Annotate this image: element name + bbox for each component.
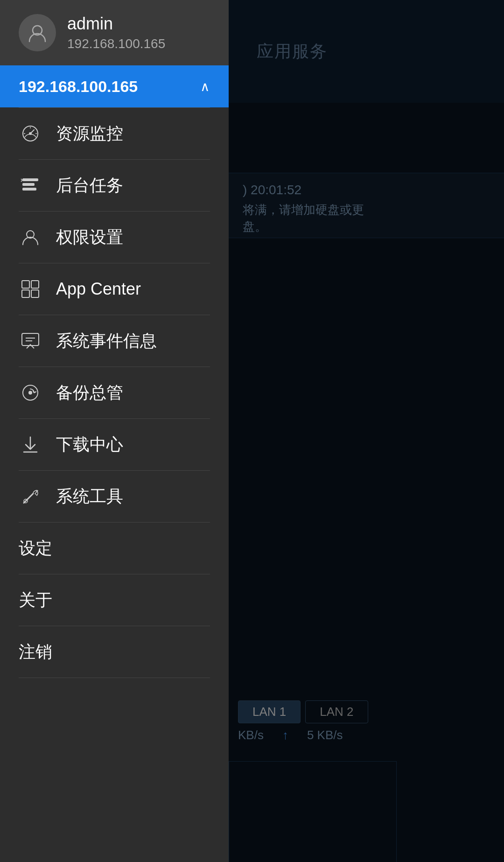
sidebar-item-about[interactable]: 关于 xyxy=(0,574,229,626)
active-device-row[interactable]: 192.168.100.165 ∧ xyxy=(0,65,229,107)
sidebar-item-label-events: 系统事件信息 xyxy=(56,330,157,353)
sidebar-item-backup-manager[interactable]: 备份总管 xyxy=(0,367,229,418)
sidebar-item-system-events[interactable]: 系统事件信息 xyxy=(0,315,229,367)
sidebar-item-label-download: 下载中心 xyxy=(56,433,123,456)
sidebar-item-label-backup: 备份总管 xyxy=(56,382,123,404)
user-name: admin xyxy=(67,14,165,34)
sidebar-item-settings[interactable]: 设定 xyxy=(0,523,229,574)
svg-rect-11 xyxy=(31,281,39,288)
gauge-icon xyxy=(19,122,42,145)
sidebar-item-app-center[interactable]: App Center xyxy=(0,263,229,315)
svg-rect-6 xyxy=(23,179,38,181)
svg-rect-8 xyxy=(23,188,36,190)
overlay xyxy=(229,0,504,862)
user-icon xyxy=(19,226,42,249)
settings-label: 设定 xyxy=(19,537,52,560)
svg-rect-14 xyxy=(22,333,39,346)
download-icon xyxy=(19,433,42,456)
chevron-up-icon: ∧ xyxy=(200,79,210,94)
sidebar-item-label-app-center: App Center xyxy=(56,279,141,299)
sidebar-item-resource-monitor[interactable]: 资源监控 xyxy=(0,108,229,159)
sidebar-item-label-permission: 权限设置 xyxy=(56,226,123,249)
user-info: admin 192.168.100.165 xyxy=(67,14,165,51)
svg-rect-10 xyxy=(22,281,29,288)
tools-icon xyxy=(19,485,42,508)
sidebar-item-permission-settings[interactable]: 权限设置 xyxy=(0,212,229,263)
sidebar-item-label-tasks: 后台任务 xyxy=(56,174,123,197)
sidebar-item-label-resource: 资源监控 xyxy=(56,122,123,145)
avatar xyxy=(19,14,56,51)
active-device-label: 192.168.100.165 xyxy=(19,78,138,96)
user-header: admin 192.168.100.165 xyxy=(0,0,229,65)
sidebar-item-logout[interactable]: 注销 xyxy=(0,626,229,678)
sidebar-item-system-tools[interactable]: 系统工具 xyxy=(0,471,229,522)
grid-icon xyxy=(19,277,42,301)
sidebar-item-background-tasks[interactable]: 后台任务 xyxy=(0,160,229,211)
tasks-icon xyxy=(19,174,42,197)
backup-icon xyxy=(19,381,42,404)
sidebar: admin 192.168.100.165 192.168.100.165 ∧ … xyxy=(0,0,229,862)
message-icon xyxy=(19,329,42,353)
divider-12 xyxy=(19,678,210,678)
svg-rect-13 xyxy=(31,290,39,297)
about-label: 关于 xyxy=(19,589,52,612)
sidebar-item-download-center[interactable]: 下载中心 xyxy=(0,419,229,470)
logout-label: 注销 xyxy=(19,641,52,664)
svg-point-18 xyxy=(29,391,32,394)
user-ip: 192.168.100.165 xyxy=(67,36,165,51)
sidebar-item-label-tools: 系统工具 xyxy=(56,485,123,508)
svg-rect-7 xyxy=(23,184,34,185)
svg-rect-12 xyxy=(22,290,29,297)
